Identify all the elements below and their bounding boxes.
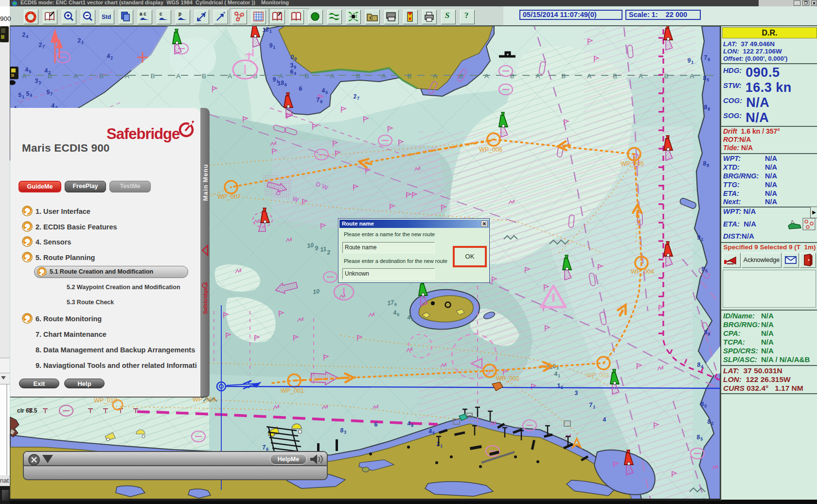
svg-text:p: p: [178, 11, 181, 17]
svg-text:WP_004: WP_004: [631, 268, 654, 275]
svg-text:a c: a c: [140, 11, 146, 17]
svg-text:10: 10: [312, 288, 320, 295]
svg-text:c: c: [160, 11, 162, 17]
svg-text:B: B: [99, 72, 104, 80]
svg-text:10: 10: [306, 242, 314, 249]
svg-text:A: A: [639, 72, 643, 80]
svg-text:B: B: [561, 72, 566, 80]
svg-text:A: A: [433, 72, 437, 80]
svg-text:WP_001: WP_001: [281, 387, 304, 394]
svg-text:A: A: [125, 72, 129, 80]
svg-text:WP_007: WP_007: [217, 193, 241, 200]
svg-text:A: A: [587, 72, 591, 80]
svg-text:A: A: [279, 72, 283, 80]
svg-text:WP_005: WP_005: [621, 160, 644, 167]
svg-text:WP_002: WP_002: [496, 375, 519, 382]
svg-text:C: C: [370, 16, 373, 20]
svg-text:B: B: [664, 72, 668, 80]
svg-text:A: A: [228, 72, 232, 80]
svg-text:Std: Std: [102, 14, 111, 20]
svg-text:B: B: [407, 72, 411, 80]
svg-text:B: B: [613, 72, 617, 80]
svg-text:11: 11: [320, 245, 327, 253]
svg-text:clr 68.5: clr 68.5: [17, 407, 37, 414]
svg-text:A: A: [22, 72, 26, 80]
svg-text:Safebridge: Safebridge: [107, 125, 180, 142]
svg-text:A: A: [382, 72, 386, 80]
svg-text:WP_003: WP_003: [586, 372, 609, 379]
svg-text:A: A: [176, 72, 180, 80]
svg-text:B: B: [150, 72, 155, 80]
svg-text:A: A: [690, 72, 694, 80]
svg-text:B: B: [356, 72, 360, 80]
svg-text:A: A: [484, 72, 489, 80]
svg-text:B: B: [202, 72, 206, 80]
svg-text:WP_006: WP_006: [479, 146, 502, 153]
svg-text:A: A: [330, 72, 335, 80]
svg-text:B: B: [304, 72, 309, 80]
svg-text:A: A: [73, 72, 78, 80]
